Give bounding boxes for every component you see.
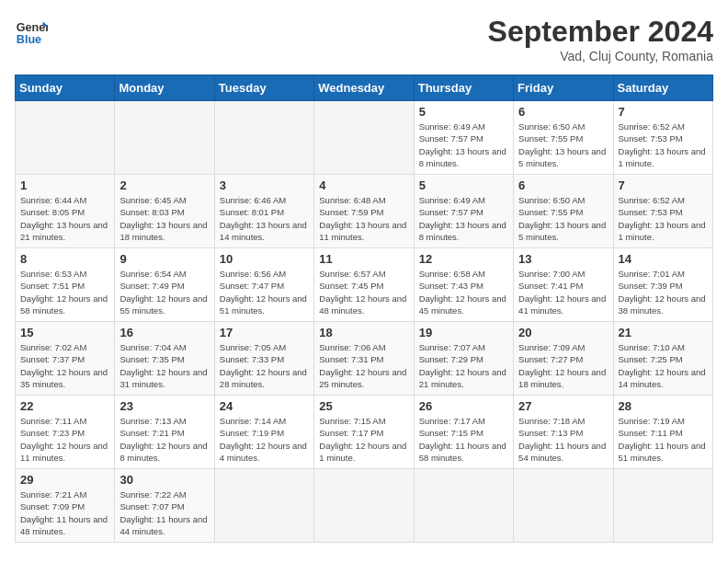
- day-number: 25: [319, 399, 408, 413]
- day-info: Sunrise: 7:15 AMSunset: 7:17 PMDaylight:…: [319, 415, 408, 464]
- title-block: September 2024 Vad, Cluj County, Romania: [488, 15, 713, 63]
- calendar-day: 6Sunrise: 6:50 AMSunset: 7:55 PMDaylight…: [514, 101, 613, 175]
- day-number: 28: [619, 399, 708, 413]
- weekday-header: Sunday: [16, 75, 115, 101]
- calendar-day: 11Sunrise: 6:57 AMSunset: 7:45 PMDayligh…: [314, 248, 414, 322]
- calendar-day: 12Sunrise: 6:58 AMSunset: 7:43 PMDayligh…: [414, 248, 513, 322]
- weekday-header: Saturday: [613, 75, 712, 101]
- day-info: Sunrise: 7:17 AMSunset: 7:15 PMDaylight:…: [419, 415, 508, 464]
- day-number: 7: [619, 105, 708, 119]
- calendar-day: 20Sunrise: 7:09 AMSunset: 7:27 PMDayligh…: [514, 322, 613, 396]
- calendar-day: [214, 101, 313, 175]
- location: Vad, Cluj County, Romania: [488, 49, 713, 63]
- svg-text:Blue: Blue: [17, 33, 41, 46]
- calendar-day: 2Sunrise: 6:45 AMSunset: 8:03 PMDaylight…: [115, 175, 214, 248]
- month-title: September 2024: [488, 15, 713, 49]
- day-info: Sunrise: 7:10 AMSunset: 7:25 PMDaylight:…: [619, 341, 708, 390]
- calendar-day: 5Sunrise: 6:49 AMSunset: 7:57 PMDaylight…: [414, 175, 513, 248]
- calendar-day: 29Sunrise: 7:21 AMSunset: 7:09 PMDayligh…: [16, 469, 115, 543]
- day-info: Sunrise: 6:46 AMSunset: 8:01 PMDaylight:…: [220, 194, 309, 243]
- day-number: 2: [119, 178, 209, 192]
- day-info: Sunrise: 7:00 AMSunset: 7:41 PMDaylight:…: [518, 268, 608, 316]
- day-info: Sunrise: 6:58 AMSunset: 7:43 PMDaylight:…: [419, 268, 508, 316]
- day-number: 6: [518, 178, 608, 192]
- calendar-day: 9Sunrise: 6:54 AMSunset: 7:49 PMDaylight…: [115, 248, 214, 322]
- calendar-day: 23Sunrise: 7:13 AMSunset: 7:21 PMDayligh…: [115, 396, 214, 469]
- day-info: Sunrise: 7:05 AMSunset: 7:33 PMDaylight:…: [220, 341, 309, 390]
- day-number: 10: [220, 252, 309, 266]
- day-info: Sunrise: 6:45 AMSunset: 8:03 PMDaylight:…: [119, 194, 209, 243]
- calendar-day: 27Sunrise: 7:18 AMSunset: 7:13 PMDayligh…: [514, 396, 613, 469]
- calendar-day: 5Sunrise: 6:49 AMSunset: 7:57 PMDaylight…: [414, 101, 513, 175]
- calendar-week-row: 15Sunrise: 7:02 AMSunset: 7:37 PMDayligh…: [16, 322, 713, 396]
- calendar-day: 6Sunrise: 6:50 AMSunset: 7:55 PMDaylight…: [514, 175, 613, 248]
- calendar-table: SundayMondayTuesdayWednesdayThursdayFrid…: [15, 75, 713, 543]
- day-info: Sunrise: 6:50 AMSunset: 7:55 PMDaylight:…: [518, 194, 608, 243]
- calendar-day: 22Sunrise: 7:11 AMSunset: 7:23 PMDayligh…: [16, 396, 115, 469]
- day-number: 16: [119, 326, 209, 339]
- day-info: Sunrise: 7:09 AMSunset: 7:27 PMDaylight:…: [518, 341, 608, 390]
- day-info: Sunrise: 7:14 AMSunset: 7:19 PMDaylight:…: [220, 415, 309, 464]
- day-number: 12: [419, 252, 508, 266]
- calendar-day: [314, 101, 414, 175]
- calendar-day: 16Sunrise: 7:04 AMSunset: 7:35 PMDayligh…: [115, 322, 214, 396]
- day-number: 20: [518, 326, 608, 339]
- logo-icon: General Blue: [15, 15, 48, 48]
- calendar-week-row: 29Sunrise: 7:21 AMSunset: 7:09 PMDayligh…: [16, 469, 713, 543]
- calendar-day: 3Sunrise: 6:46 AMSunset: 8:01 PMDaylight…: [214, 175, 313, 248]
- weekday-header: Wednesday: [314, 75, 414, 101]
- day-number: 27: [518, 399, 608, 413]
- calendar-day: [214, 469, 313, 543]
- day-number: 14: [619, 252, 708, 266]
- day-number: 22: [20, 399, 109, 413]
- calendar-day: [314, 469, 414, 543]
- calendar-day: 19Sunrise: 7:07 AMSunset: 7:29 PMDayligh…: [414, 322, 513, 396]
- day-info: Sunrise: 7:13 AMSunset: 7:21 PMDaylight:…: [119, 415, 209, 464]
- weekday-header-row: SundayMondayTuesdayWednesdayThursdayFrid…: [16, 75, 713, 101]
- calendar-day: 30Sunrise: 7:22 AMSunset: 7:07 PMDayligh…: [115, 469, 214, 543]
- day-info: Sunrise: 6:49 AMSunset: 7:57 PMDaylight:…: [419, 194, 508, 243]
- day-info: Sunrise: 7:18 AMSunset: 7:13 PMDaylight:…: [518, 415, 608, 464]
- day-info: Sunrise: 6:53 AMSunset: 7:51 PMDaylight:…: [20, 268, 109, 316]
- day-number: 7: [619, 178, 708, 192]
- calendar-week-row: 8Sunrise: 6:53 AMSunset: 7:51 PMDaylight…: [16, 248, 713, 322]
- calendar-day: [514, 469, 613, 543]
- day-info: Sunrise: 7:02 AMSunset: 7:37 PMDaylight:…: [20, 341, 109, 390]
- day-number: 5: [419, 178, 508, 192]
- day-number: 4: [319, 178, 408, 192]
- day-number: 29: [20, 473, 109, 487]
- calendar-week-row: 1Sunrise: 6:44 AMSunset: 8:05 PMDaylight…: [16, 175, 713, 248]
- day-number: 17: [220, 326, 309, 339]
- calendar-day: [613, 469, 712, 543]
- calendar-day: 17Sunrise: 7:05 AMSunset: 7:33 PMDayligh…: [214, 322, 313, 396]
- calendar-day: 21Sunrise: 7:10 AMSunset: 7:25 PMDayligh…: [613, 322, 712, 396]
- day-info: Sunrise: 6:44 AMSunset: 8:05 PMDaylight:…: [20, 194, 109, 243]
- day-info: Sunrise: 7:01 AMSunset: 7:39 PMDaylight:…: [619, 268, 708, 316]
- page-header: General Blue September 2024 Vad, Cluj Co…: [15, 15, 713, 63]
- day-number: 9: [119, 252, 209, 266]
- calendar-day: 4Sunrise: 6:48 AMSunset: 7:59 PMDaylight…: [314, 175, 414, 248]
- weekday-header: Friday: [514, 75, 613, 101]
- day-info: Sunrise: 6:52 AMSunset: 7:53 PMDaylight:…: [619, 121, 708, 169]
- weekday-header: Monday: [115, 75, 214, 101]
- day-number: 6: [518, 105, 608, 119]
- day-number: 13: [518, 252, 608, 266]
- weekday-header: Tuesday: [214, 75, 313, 101]
- calendar-day: 13Sunrise: 7:00 AMSunset: 7:41 PMDayligh…: [514, 248, 613, 322]
- calendar-week-row: 5Sunrise: 6:49 AMSunset: 7:57 PMDaylight…: [16, 101, 713, 175]
- day-info: Sunrise: 6:57 AMSunset: 7:45 PMDaylight:…: [319, 268, 408, 316]
- calendar-day: 26Sunrise: 7:17 AMSunset: 7:15 PMDayligh…: [414, 396, 513, 469]
- day-info: Sunrise: 7:22 AMSunset: 7:07 PMDaylight:…: [119, 488, 209, 537]
- day-number: 24: [220, 399, 309, 413]
- day-number: 23: [119, 399, 209, 413]
- day-info: Sunrise: 7:19 AMSunset: 7:11 PMDaylight:…: [619, 415, 708, 464]
- day-number: 5: [419, 105, 508, 119]
- calendar-day: [16, 101, 115, 175]
- day-info: Sunrise: 7:11 AMSunset: 7:23 PMDaylight:…: [20, 415, 109, 464]
- day-info: Sunrise: 7:21 AMSunset: 7:09 PMDaylight:…: [20, 488, 109, 537]
- calendar-day: 18Sunrise: 7:06 AMSunset: 7:31 PMDayligh…: [314, 322, 414, 396]
- day-number: 26: [419, 399, 508, 413]
- calendar-week-row: 22Sunrise: 7:11 AMSunset: 7:23 PMDayligh…: [16, 396, 713, 469]
- calendar-day: 7Sunrise: 6:52 AMSunset: 7:53 PMDaylight…: [613, 101, 712, 175]
- day-number: 19: [419, 326, 508, 339]
